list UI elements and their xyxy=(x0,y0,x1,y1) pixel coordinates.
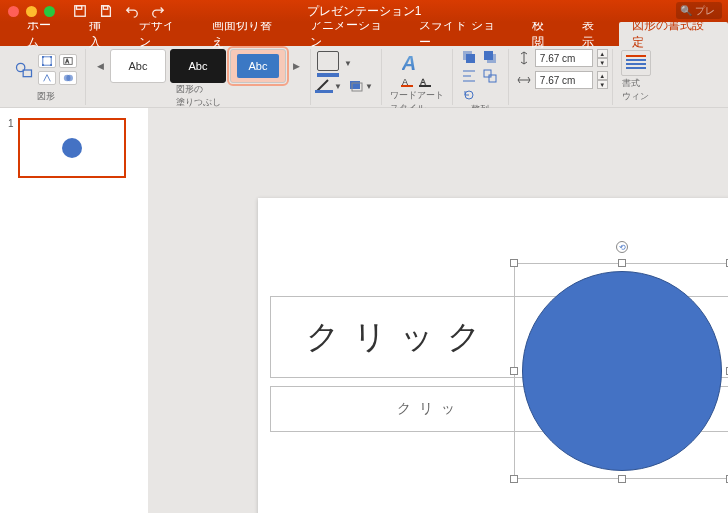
shape-fill-icon[interactable] xyxy=(315,49,343,77)
shape-style-3-selected[interactable]: Abc xyxy=(230,49,286,83)
shape-height-input[interactable]: 7.67 cm xyxy=(535,49,593,67)
ribbon-group-shape-fill: ▼ ▼ ▼ xyxy=(311,49,382,105)
tab-slideshow[interactable]: スライド ショー xyxy=(406,22,519,46)
document-title: プレゼンテーション1 xyxy=(307,3,422,20)
shape-outline-icon[interactable]: ▼ xyxy=(315,79,342,93)
save-icon[interactable] xyxy=(99,4,113,18)
width-up-button[interactable]: ▲ xyxy=(597,71,608,80)
svg-text:A: A xyxy=(66,58,70,64)
svg-point-13 xyxy=(66,75,73,82)
svg-point-6 xyxy=(42,56,44,58)
tab-home[interactable]: ホーム xyxy=(14,22,76,46)
svg-rect-1 xyxy=(77,6,82,10)
shape-style-1[interactable]: Abc xyxy=(110,49,166,83)
bring-forward-icon[interactable] xyxy=(461,49,477,65)
rotate-icon[interactable] xyxy=(461,87,477,103)
svg-rect-4 xyxy=(23,70,31,77)
edit-shape-icon[interactable] xyxy=(38,54,56,68)
slide[interactable]: クリック タイトル クリッ イトルを入力 ⟲ xyxy=(258,198,728,513)
ribbon-tabs: ホーム 挿入 デザイン 画面切り替え アニメーション スライド ショー 校閲 表… xyxy=(0,22,728,46)
height-icon xyxy=(517,51,531,65)
ribbon-group-wordart: A A A ワードアート スタイル xyxy=(382,49,453,105)
svg-rect-20 xyxy=(419,85,431,87)
resize-handle-n[interactable] xyxy=(618,259,626,267)
svg-rect-18 xyxy=(401,85,413,87)
width-down-button[interactable]: ▼ xyxy=(597,80,608,89)
height-down-button[interactable]: ▼ xyxy=(597,58,608,67)
slide-thumbnail-1[interactable] xyxy=(18,118,126,178)
tab-design[interactable]: デザイン xyxy=(126,22,200,46)
tab-view[interactable]: 表示 xyxy=(569,22,619,46)
ribbon: A 図形 ◀ Abc Abc Abc ▶ 図形の 塗りつぶし ▼ ▼ ▼ A xyxy=(0,46,728,108)
ribbon-group-size: 7.67 cm ▲▼ 7.67 cm ▲▼ xyxy=(509,49,613,105)
merge-shapes-icon[interactable] xyxy=(59,71,77,85)
resize-handle-s[interactable] xyxy=(618,475,626,483)
send-backward-icon[interactable] xyxy=(482,49,498,65)
ribbon-group-shapes: A 図形 xyxy=(6,49,86,105)
group-icon[interactable] xyxy=(482,68,498,84)
workspace: 1 クリック タイトル クリッ イトルを入力 ⟲ xyxy=(0,108,728,513)
shape-points-icon[interactable] xyxy=(38,71,56,85)
tab-review[interactable]: 校閲 xyxy=(519,22,569,46)
circle-shape[interactable] xyxy=(522,271,722,471)
search-placeholder: プレ xyxy=(695,4,715,18)
close-window-button[interactable] xyxy=(8,6,19,17)
text-outline-icon[interactable]: A xyxy=(419,77,433,89)
format-pane-label: 書式 ウィン xyxy=(622,77,649,103)
wordart-icon[interactable]: A xyxy=(402,49,432,75)
svg-point-8 xyxy=(42,64,44,66)
shape-style-2[interactable]: Abc xyxy=(170,49,226,83)
svg-rect-28 xyxy=(484,70,491,77)
align-icon[interactable] xyxy=(461,68,477,84)
svg-rect-5 xyxy=(43,57,51,65)
slide-thumbnail-pane: 1 xyxy=(0,108,148,513)
auto-save-icon[interactable] xyxy=(73,4,87,18)
tab-shape-format[interactable]: 図形の書式設定 xyxy=(619,22,728,46)
window-controls xyxy=(8,6,55,17)
quick-access-toolbar xyxy=(73,4,165,18)
selected-shape-circle[interactable]: ⟲ xyxy=(522,271,722,471)
undo-icon[interactable] xyxy=(125,4,139,18)
slide-number: 1 xyxy=(8,118,14,178)
svg-rect-2 xyxy=(103,6,107,10)
text-box-icon[interactable]: A xyxy=(59,54,77,68)
text-fill-icon[interactable]: A xyxy=(401,77,415,89)
width-icon xyxy=(517,73,531,87)
thumbnail-circle-shape xyxy=(62,138,82,158)
search-icon: 🔍 xyxy=(680,5,692,16)
format-pane-icon[interactable] xyxy=(621,50,651,76)
svg-rect-22 xyxy=(466,54,475,63)
rotate-handle[interactable]: ⟲ xyxy=(616,241,628,253)
resize-handle-w[interactable] xyxy=(510,367,518,375)
svg-rect-24 xyxy=(484,51,493,60)
tab-transitions[interactable]: 画面切り替え xyxy=(199,22,297,46)
shape-effects-icon[interactable]: ▼ xyxy=(348,79,373,93)
chevron-down-icon[interactable]: ▼ xyxy=(344,59,352,68)
ribbon-group-shape-styles: ◀ Abc Abc Abc ▶ 図形の 塗りつぶし xyxy=(86,49,311,105)
title-bar: プレゼンテーション1 🔍 プレ xyxy=(0,0,728,22)
redo-icon[interactable] xyxy=(151,4,165,18)
search-box[interactable]: 🔍 プレ xyxy=(676,2,722,19)
fill-group-label: 図形の 塗りつぶし xyxy=(176,83,221,109)
slide-canvas[interactable]: クリック タイトル クリッ イトルを入力 ⟲ xyxy=(148,108,728,513)
insert-shape-icon[interactable] xyxy=(14,60,34,80)
shape-width-input[interactable]: 7.67 cm xyxy=(535,71,593,89)
svg-rect-14 xyxy=(315,90,333,93)
tab-insert[interactable]: 挿入 xyxy=(76,22,126,46)
resize-handle-nw[interactable] xyxy=(510,259,518,267)
tab-animations[interactable]: アニメーション xyxy=(297,22,406,46)
svg-point-7 xyxy=(50,56,52,58)
height-up-button[interactable]: ▲ xyxy=(597,49,608,58)
ribbon-group-format-pane: 書式 ウィン xyxy=(613,49,659,105)
maximize-window-button[interactable] xyxy=(44,6,55,17)
svg-point-9 xyxy=(50,64,52,66)
shapes-group-label: 図形 xyxy=(37,90,55,103)
styles-next-icon[interactable]: ▶ xyxy=(290,50,302,82)
styles-prev-icon[interactable]: ◀ xyxy=(94,50,106,82)
minimize-window-button[interactable] xyxy=(26,6,37,17)
resize-handle-sw[interactable] xyxy=(510,475,518,483)
svg-rect-29 xyxy=(489,75,496,82)
ribbon-group-arrange: 整列 xyxy=(453,49,509,105)
